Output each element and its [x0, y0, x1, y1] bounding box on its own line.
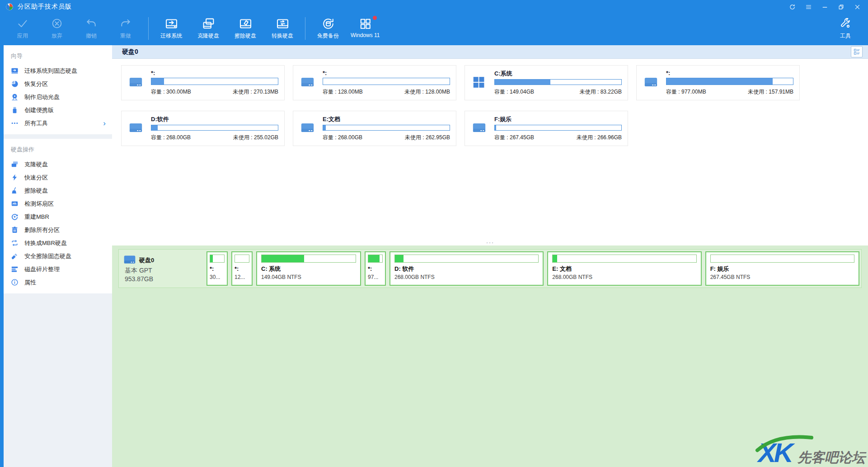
partition-name: D:软件 — [151, 115, 278, 123]
toolbar-button-label: 应用 — [17, 32, 28, 40]
toolbar-disk-migrate-button[interactable]: 迁移系统 — [154, 14, 188, 40]
sidebar-item-convert[interactable]: 转换成MBR硬盘 — [4, 236, 112, 250]
diskmap-partition[interactable]: F: 娱乐267.45GB NTFS — [705, 251, 859, 286]
diskmap-partition[interactable]: C: 系统149.04GB NTFS — [256, 251, 361, 286]
undo-icon — [85, 17, 97, 30]
partition-card[interactable]: F:娱乐容量 : 267.45GB未使用 : 266.96GB — [464, 111, 628, 146]
sidebar-item-clone[interactable]: 克隆硬盘 — [4, 158, 112, 171]
usage-bar-fill — [395, 255, 404, 262]
diskmap-partition[interactable]: E: 文档268.00GB NTFS — [547, 251, 701, 286]
toolbar-undo-button[interactable]: 撤销 — [74, 14, 108, 40]
toolbar-disk-convert-button[interactable]: 转换硬盘 — [265, 14, 300, 40]
backup-icon — [322, 17, 335, 30]
sidebar-item-label: 迁移系统到固态硬盘 — [24, 67, 77, 75]
toolbar-discard-button[interactable]: 放弃 — [40, 14, 74, 40]
partition-cards: *:容量 : 300.00MB未使用 : 270.13MB*:容量 : 128.… — [112, 59, 868, 239]
toolbar-disk-group: 迁移系统克隆硬盘擦除硬盘转换硬盘 — [154, 14, 300, 40]
toolbar-backup-button[interactable]: 免费备份 — [311, 14, 345, 40]
toolbar-tools-button[interactable]: 工具 — [828, 14, 863, 40]
toolbar-edit-group: 应用放弃撤销重做 — [5, 14, 143, 40]
disk-type: 基本 GPT — [123, 267, 200, 275]
maximize-button[interactable] — [833, 0, 849, 13]
toolbar: 应用放弃撤销重做 迁移系统克隆硬盘擦除硬盘转换硬盘 免费备份Windows 11… — [0, 14, 868, 45]
diskmap-partition[interactable]: D: 软件268.00GB NTFS — [389, 251, 544, 286]
disk-name: 硬盘0 — [139, 256, 154, 264]
toolbar-button-label: Windows 11 — [351, 32, 380, 38]
diskmap-partition[interactable]: *:30... — [206, 251, 228, 286]
window-title: 分区助手技术员版 — [18, 3, 72, 11]
sidebar-item-usb[interactable]: 创建便携版 — [4, 104, 112, 117]
diskmap-partition[interactable]: *:12... — [231, 251, 253, 286]
partition-card[interactable]: D:软件容量 : 268.00GB未使用 : 255.02GB — [121, 111, 285, 146]
sidebar-item-secure-erase[interactable]: 安全擦除固态硬盘 — [4, 250, 112, 263]
disk-map-region: 硬盘0 基本 GPT 953.87GB *:30...*:12...C: 系统1… — [112, 245, 868, 467]
toolbar-redo-button[interactable]: 重做 — [108, 14, 143, 40]
sidebar-item-bad-sector[interactable]: 检测坏扇区 — [4, 197, 112, 210]
toolbar-windows11-button[interactable]: Windows 11 — [348, 14, 382, 40]
info-icon — [11, 278, 19, 287]
sidebar-item-rebuild[interactable]: 重建MBR — [4, 210, 112, 223]
toolbar-disk-erase-button[interactable]: 擦除硬盘 — [228, 14, 263, 40]
toolbar-disk-clone-button[interactable]: 克隆硬盘 — [191, 14, 225, 40]
disk-header-strip: 硬盘0 — [112, 45, 868, 59]
pie-icon — [11, 80, 19, 88]
sidebar-item-migrate-ssd[interactable]: 迁移系统到固态硬盘 — [4, 64, 112, 77]
apply-icon — [17, 17, 28, 30]
sidebar-item-label: 创建便携版 — [24, 106, 54, 114]
bad-sector-icon — [11, 200, 19, 208]
sidebar-item-lightning[interactable]: 快速分区 — [4, 171, 112, 184]
partition-name: E:文档 — [323, 115, 450, 123]
capacity-label: 容量 : 149.04GB — [494, 88, 534, 96]
close-button[interactable] — [849, 0, 865, 13]
sidebar-item-label: 擦除硬盘 — [24, 187, 48, 195]
sidebar-item-info[interactable]: 属性 — [4, 276, 112, 289]
partition-name: C: 系统 — [261, 264, 356, 274]
disk-info-block[interactable]: 硬盘0 基本 GPT 953.87GB — [121, 251, 203, 286]
partition-size: 268.00GB NTFS — [394, 274, 539, 280]
usage-bar — [151, 125, 278, 131]
panel-splitter[interactable]: ··· — [112, 239, 868, 245]
sidebar-item-trash[interactable]: 删除所有分区 — [4, 223, 112, 236]
sidebar-item-label: 制作启动光盘 — [24, 93, 60, 101]
partition-card-body: C:系统容量 : 149.04GB未使用 : 83.22GB — [494, 70, 622, 96]
redo-icon — [120, 17, 131, 30]
partition-card[interactable]: C:系统容量 : 149.04GB未使用 : 83.22GB — [464, 65, 628, 100]
disk-convert-icon — [276, 17, 289, 30]
refresh-button[interactable] — [784, 0, 800, 13]
watermark-logo: XK — [758, 439, 791, 467]
toolbar-apply-button[interactable]: 应用 — [5, 14, 40, 40]
diskmap-partition[interactable]: *:97... — [365, 251, 386, 286]
body-row: 向导迁移系统到固态硬盘恢复分区制作启动光盘创建便携版所有工具›硬盘操作克隆硬盘快… — [0, 45, 868, 467]
discard-icon — [51, 17, 63, 30]
partition-card[interactable]: *:容量 : 128.00MB未使用 : 128.00MB — [293, 65, 456, 100]
usage-bar — [552, 255, 696, 263]
menu-button[interactable] — [800, 0, 816, 13]
sidebar-item-disc[interactable]: 制作启动光盘 — [4, 90, 112, 104]
chevron-right-icon: › — [103, 119, 108, 127]
usage-bar-fill — [323, 125, 326, 130]
sidebar-item-defrag[interactable]: 磁盘碎片整理 — [4, 263, 112, 276]
sidebar-item-dots[interactable]: 所有工具› — [4, 117, 112, 130]
view-mode-button[interactable] — [851, 46, 863, 57]
unused-label: 未使用 : 83.22GB — [580, 88, 622, 96]
partition-card[interactable]: *:容量 : 300.00MB未使用 : 270.13MB — [121, 65, 285, 100]
usage-bar-fill — [151, 125, 158, 130]
toolbar-separator — [305, 17, 305, 40]
partition-card-body: E:文档容量 : 268.00GB未使用 : 262.95GB — [323, 115, 450, 142]
unused-label: 未使用 : 157.91MB — [748, 88, 793, 96]
convert-icon — [11, 239, 19, 247]
toolbar-extra-group: 免费备份Windows 11 — [311, 14, 382, 40]
usage-bar-fill — [495, 125, 496, 130]
partition-name: *: — [666, 70, 793, 76]
minimize-button[interactable] — [816, 0, 833, 13]
toolbar-button-label: 克隆硬盘 — [197, 32, 219, 40]
disk-icon — [129, 76, 145, 96]
sidebar-section: 向导迁移系统到固态硬盘恢复分区制作启动光盘创建便携版所有工具› — [4, 45, 112, 134]
disk-map-row: 硬盘0 基本 GPT 953.87GB *:30...*:12...C: 系统1… — [118, 249, 862, 288]
unused-label: 未使用 : 262.95GB — [405, 134, 450, 142]
usage-bar-fill — [368, 255, 380, 262]
partition-card[interactable]: E:文档容量 : 268.00GB未使用 : 262.95GB — [293, 111, 456, 146]
sidebar-item-pie[interactable]: 恢复分区 — [4, 77, 112, 90]
partition-card[interactable]: *:容量 : 977.00MB未使用 : 157.91MB — [636, 65, 800, 100]
sidebar-item-broom[interactable]: 擦除硬盘 — [4, 184, 112, 197]
